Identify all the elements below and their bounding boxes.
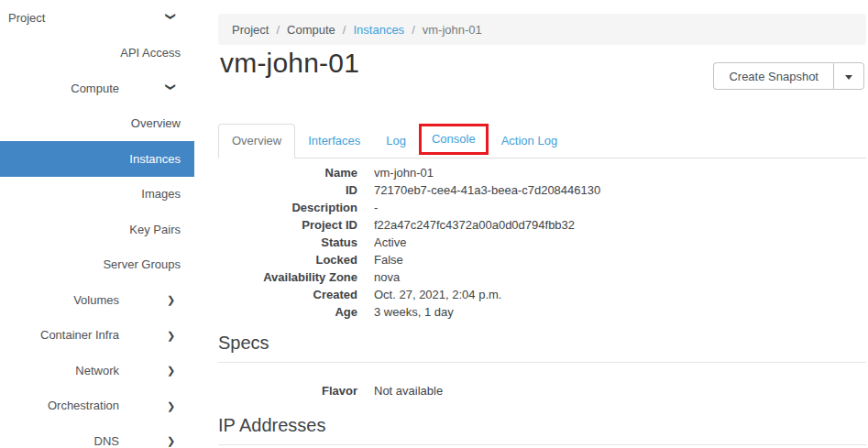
field-row-project-id: Project IDf22a47c247fc4372a00a0d0d794fbb… [218, 216, 866, 234]
sidebar-item-overview[interactable]: Overview [0, 106, 194, 142]
sidebar-item-dns[interactable]: DNS❯ [0, 423, 194, 448]
sidebar-item-label: API Access [0, 46, 194, 60]
field-row-name: Namevm-john-01 [218, 164, 866, 181]
sidebar-item-network[interactable]: Network❯ [0, 353, 194, 388]
breadcrumb-separator: / [335, 23, 354, 37]
sidebar-item-label: Overview [0, 116, 194, 130]
field-row-created: CreatedOct. 27, 2021, 2:04 p.m. [218, 286, 866, 303]
tab-interfaces[interactable]: Interfaces [295, 124, 373, 158]
field-label: Age [218, 303, 357, 321]
caret-down-icon [845, 75, 852, 80]
chevron-down-icon: ❯ [166, 83, 176, 92]
breadcrumb-item-compute: Compute [287, 23, 335, 37]
field-value: 72170eb7-cee4-41a3-beea-c7d208446130 [374, 181, 600, 199]
field-label: Availability Zone [218, 268, 357, 286]
field-value: Active [374, 234, 406, 251]
field-label: Locked [218, 251, 357, 268]
sidebar-item-container-infra[interactable]: Container Infra❯ [0, 318, 194, 354]
field-value: - [374, 199, 378, 216]
tab-log[interactable]: Log [373, 124, 419, 158]
chevron-right-icon: ❯ [167, 366, 175, 376]
tab-console[interactable]: Console [419, 124, 489, 155]
tab-bar: OverviewInterfacesLogConsoleAction Log [218, 124, 866, 158]
field-value: Oct. 27, 2021, 2:04 p.m. [374, 286, 501, 303]
chevron-down-icon: ❯ [166, 13, 176, 21]
sidebar-item-label: Instances [0, 152, 194, 166]
field-row-status: StatusActive [218, 234, 866, 251]
sidebar-item-label: Network [0, 364, 194, 377]
specs-fields: FlavorNot available [218, 382, 866, 399]
tab-overview[interactable]: Overview [218, 124, 295, 158]
sidebar-item-instances[interactable]: Instances [0, 141, 194, 177]
sidebar-item-images[interactable]: Images [0, 177, 194, 213]
field-row-age: Age3 weeks, 1 day [218, 303, 866, 321]
sidebar-item-label: Orchestration [0, 399, 194, 412]
tab-action-log[interactable]: Action Log [489, 124, 570, 158]
field-value: 3 weeks, 1 day [374, 303, 454, 321]
field-value: f22a47c247fc4372a00a0d0d794fbb32 [374, 216, 575, 234]
create-snapshot-button[interactable]: Create Snapshot [713, 62, 833, 90]
sidebar-item-label: Server Groups [0, 257, 194, 271]
page-title: vm-john-01 [220, 48, 359, 79]
field-row-locked: LockedFalse [218, 251, 866, 268]
field-row-description: Description- [218, 199, 866, 216]
sidebar-item-label: Key Pairs [0, 223, 194, 236]
field-label: Name [218, 164, 357, 181]
create-snapshot-button-group: Create Snapshot [713, 62, 864, 90]
field-label: Created [218, 286, 357, 303]
field-label: Flavor [218, 382, 357, 399]
field-label: Status [218, 234, 357, 251]
field-value: nova [374, 268, 400, 286]
main-content: Project/Compute/Instances/vm-john-01 vm-… [194, 0, 868, 448]
chevron-right-icon: ❯ [167, 295, 175, 305]
field-label: Description [218, 199, 357, 216]
breadcrumb-item-project: Project [232, 23, 269, 37]
chevron-right-icon: ❯ [167, 436, 175, 446]
sidebar-nav: Project❯API AccessCompute❯OverviewInstan… [0, 0, 194, 448]
sidebar-item-project[interactable]: Project❯ [0, 0, 194, 36]
section-title-specs: Specs [218, 333, 866, 363]
sidebar-item-label: Container Infra [0, 328, 194, 342]
breadcrumb-item-instances[interactable]: Instances [353, 23, 404, 37]
breadcrumb: Project/Compute/Instances/vm-john-01 [218, 14, 866, 45]
sidebar-item-label: Volumes [0, 293, 194, 307]
field-row-flavor: FlavorNot available [218, 382, 866, 399]
field-label: Project ID [218, 216, 357, 234]
sidebar-item-label: DNS [0, 434, 194, 448]
field-row-availability-zone: Availability Zonenova [218, 268, 866, 286]
field-row-id: ID72170eb7-cee4-41a3-beea-c7d208446130 [218, 181, 866, 199]
chevron-right-icon: ❯ [167, 400, 175, 410]
breadcrumb-separator: / [404, 23, 423, 37]
field-label: ID [218, 181, 357, 199]
sidebar-item-api-access[interactable]: API Access [0, 36, 194, 71]
snapshot-dropdown-toggle[interactable] [833, 62, 864, 90]
instance-detail-fields: Namevm-john-01ID72170eb7-cee4-41a3-beea-… [218, 164, 866, 321]
sidebar-item-server-groups[interactable]: Server Groups [0, 247, 194, 283]
section-title-ip-addresses: IP Addresses [218, 415, 866, 445]
sidebar-item-label: Images [0, 187, 194, 201]
sidebar-item-compute[interactable]: Compute❯ [0, 71, 194, 106]
sidebar-item-volumes[interactable]: Volumes❯ [0, 282, 194, 318]
overview-panel: Namevm-john-01ID72170eb7-cee4-41a3-beea-… [218, 164, 866, 445]
sidebar-item-orchestration[interactable]: Orchestration❯ [0, 388, 194, 424]
field-value: vm-john-01 [374, 164, 434, 181]
breadcrumb-separator: / [269, 23, 287, 37]
field-value: False [374, 251, 403, 268]
breadcrumb-item-vm-john-01: vm-john-01 [423, 23, 482, 37]
field-value: Not available [374, 382, 443, 399]
sidebar-item-key-pairs[interactable]: Key Pairs [0, 212, 194, 247]
chevron-right-icon: ❯ [167, 330, 175, 340]
